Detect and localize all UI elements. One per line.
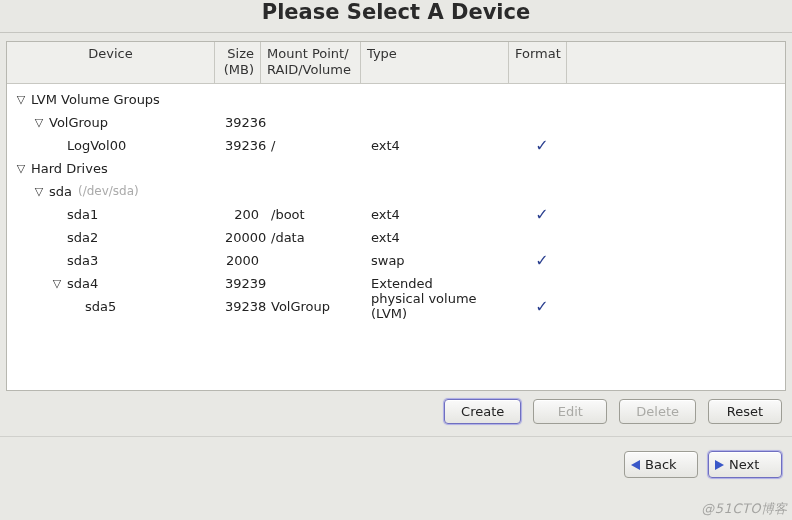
size-cell: 20000 bbox=[219, 230, 265, 245]
col-header-blank bbox=[567, 42, 785, 83]
check-icon: ✓ bbox=[535, 205, 548, 224]
format-cell: ✓ bbox=[513, 251, 571, 270]
table-row[interactable]: ▽sda539238VolGroupphysical volume (LVM)✓ bbox=[7, 295, 785, 318]
device-label: LogVol00 bbox=[67, 138, 126, 153]
dialog-title: Please Select A Device bbox=[0, 0, 792, 33]
edit-button: Edit bbox=[533, 399, 607, 424]
table-header: Device Size (MB) Mount Point/ RAID/Volum… bbox=[7, 42, 785, 84]
table-row[interactable]: ▽sda(/dev/sda) bbox=[7, 180, 785, 203]
device-label: sda3 bbox=[67, 253, 98, 268]
size-cell: 39238 bbox=[219, 299, 265, 314]
device-cell: ▽sda2 bbox=[11, 230, 219, 245]
action-button-row: Create Edit Delete Reset bbox=[0, 399, 792, 430]
format-cell: ✓ bbox=[513, 136, 571, 155]
type-cell: swap bbox=[365, 253, 513, 268]
mount-cell: / bbox=[265, 138, 365, 153]
size-cell: 39236 bbox=[219, 115, 265, 130]
device-label: sda4 bbox=[67, 276, 98, 291]
device-cell: ▽Hard Drives bbox=[11, 161, 219, 176]
partition-table: Device Size (MB) Mount Point/ RAID/Volum… bbox=[6, 41, 786, 391]
table-row[interactable]: ▽LogVol0039236/ext4✓ bbox=[7, 134, 785, 157]
device-cell: ▽sda3 bbox=[11, 253, 219, 268]
device-cell: ▽sda4 bbox=[11, 276, 219, 291]
size-cell: 39236 bbox=[219, 138, 265, 153]
mount-cell: /boot bbox=[265, 207, 365, 222]
type-cell: ext4 bbox=[365, 207, 513, 222]
col-header-device[interactable]: Device bbox=[7, 42, 215, 83]
col-header-mount[interactable]: Mount Point/ RAID/Volume bbox=[261, 42, 361, 83]
table-row[interactable]: ▽sda1200/bootext4✓ bbox=[7, 203, 785, 226]
check-icon: ✓ bbox=[535, 136, 548, 155]
type-cell: physical volume (LVM) bbox=[365, 291, 513, 321]
watermark: @51CTO博客 bbox=[701, 500, 788, 518]
device-path: (/dev/sda) bbox=[78, 184, 139, 198]
arrow-left-icon bbox=[631, 460, 640, 470]
device-label: sda5 bbox=[85, 299, 116, 314]
col-header-format[interactable]: Format bbox=[509, 42, 567, 83]
mount-cell: /data bbox=[265, 230, 365, 245]
device-label: Hard Drives bbox=[31, 161, 108, 176]
device-label: LVM Volume Groups bbox=[31, 92, 160, 107]
next-button[interactable]: Next bbox=[708, 451, 782, 478]
device-label: sda1 bbox=[67, 207, 98, 222]
size-cell: 2000 bbox=[219, 253, 265, 268]
table-row[interactable]: ▽LVM Volume Groups bbox=[7, 88, 785, 111]
expander-icon[interactable]: ▽ bbox=[15, 162, 27, 175]
device-cell: ▽sda(/dev/sda) bbox=[11, 184, 219, 199]
mount-cell: VolGroup bbox=[265, 299, 365, 314]
back-button[interactable]: Back bbox=[624, 451, 698, 478]
table-row[interactable]: ▽VolGroup39236 bbox=[7, 111, 785, 134]
device-label: sda bbox=[49, 184, 72, 199]
type-cell: ext4 bbox=[365, 138, 513, 153]
format-cell: ✓ bbox=[513, 205, 571, 224]
check-icon: ✓ bbox=[535, 251, 548, 270]
device-cell: ▽LVM Volume Groups bbox=[11, 92, 219, 107]
size-cell: 200 bbox=[219, 207, 265, 222]
reset-button[interactable]: Reset bbox=[708, 399, 782, 424]
arrow-right-icon bbox=[715, 460, 724, 470]
device-cell: ▽LogVol00 bbox=[11, 138, 219, 153]
expander-icon[interactable]: ▽ bbox=[15, 93, 27, 106]
delete-button: Delete bbox=[619, 399, 696, 424]
device-cell: ▽VolGroup bbox=[11, 115, 219, 130]
next-button-label: Next bbox=[729, 457, 759, 472]
format-cell: ✓ bbox=[513, 297, 571, 316]
table-body: ▽LVM Volume Groups▽VolGroup39236▽LogVol0… bbox=[7, 84, 785, 391]
expander-icon[interactable]: ▽ bbox=[33, 116, 45, 129]
type-cell: ext4 bbox=[365, 230, 513, 245]
device-cell: ▽sda1 bbox=[11, 207, 219, 222]
table-row[interactable]: ▽Hard Drives bbox=[7, 157, 785, 180]
expander-icon[interactable]: ▽ bbox=[51, 277, 63, 290]
check-icon: ✓ bbox=[535, 297, 548, 316]
device-label: sda2 bbox=[67, 230, 98, 245]
back-button-label: Back bbox=[645, 457, 677, 472]
nav-button-row: Back Next bbox=[0, 436, 792, 478]
table-row[interactable]: ▽sda220000/dataext4 bbox=[7, 226, 785, 249]
size-cell: 39239 bbox=[219, 276, 265, 291]
col-header-type[interactable]: Type bbox=[361, 42, 509, 83]
expander-icon[interactable]: ▽ bbox=[33, 185, 45, 198]
device-cell: ▽sda5 bbox=[11, 299, 219, 314]
device-label: VolGroup bbox=[49, 115, 108, 130]
create-button[interactable]: Create bbox=[444, 399, 521, 424]
table-row[interactable]: ▽sda32000swap✓ bbox=[7, 249, 785, 272]
col-header-size[interactable]: Size (MB) bbox=[215, 42, 261, 83]
type-cell: Extended bbox=[365, 276, 513, 291]
